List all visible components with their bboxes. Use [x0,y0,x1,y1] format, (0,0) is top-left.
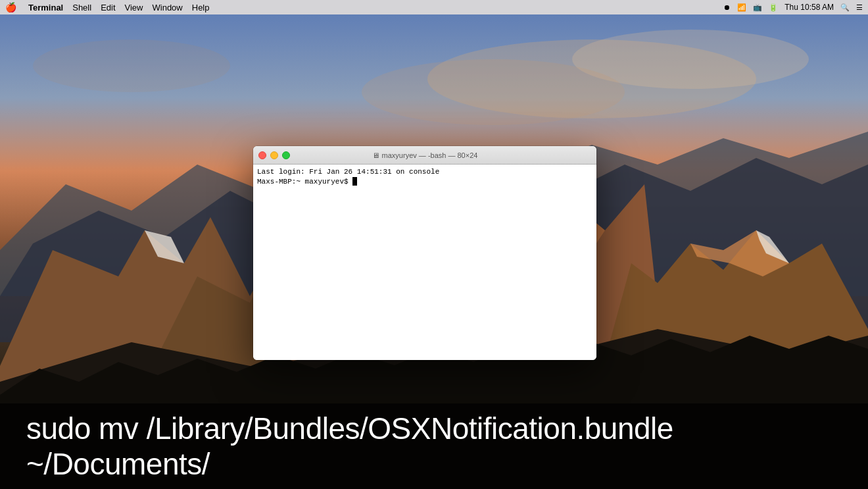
menubar-left: 🍎 Terminal Shell Edit View Window Help [5,2,210,13]
terminal-title-text: maxyuryev — -bash — 80×24 [382,151,478,159]
svg-point-4 [33,39,230,92]
edit-menu[interactable]: Edit [101,3,115,13]
terminal-line-1: Last login: Fri Jan 26 14:51:31 on conso… [257,167,592,177]
apple-menu[interactable]: 🍎 [5,2,16,13]
close-button[interactable] [258,151,266,159]
minimize-button[interactable] [270,151,278,159]
spotlight-icon[interactable]: 🔍 [840,3,850,12]
help-menu[interactable]: Help [192,3,210,13]
terminal-icon: 🖥 [372,151,379,159]
menubar: 🍎 Terminal Shell Edit View Window Help ⏺… [0,0,868,14]
clock: Thu 10:58 AM [784,3,834,12]
bottom-overlay: sudo mv /Library/Bundles/OSXNotification… [0,403,868,489]
record-icon: ⏺ [723,3,731,11]
svg-point-3 [362,59,625,125]
terminal-cursor [352,177,357,186]
app-name[interactable]: Terminal [28,3,63,13]
terminal-titlebar: 🖥 maxyuryev — -bash — 80×24 [253,146,596,165]
view-menu[interactable]: View [125,3,143,13]
traffic-lights [258,151,290,159]
battery-icon: 🔋 [769,3,778,12]
terminal-line-2: Maxs-MBP:~ maxyuryev$ [257,177,592,187]
shell-menu[interactable]: Shell [72,3,91,13]
maximize-button[interactable] [282,151,290,159]
menubar-right: ⏺ 📶 📺 🔋 Thu 10:58 AM 🔍 ☰ [723,3,863,12]
terminal-title: 🖥 maxyuryev — -bash — 80×24 [372,151,478,159]
command-display: sudo mv /Library/Bundles/OSXNotification… [26,411,842,482]
terminal-window: 🖥 maxyuryev — -bash — 80×24 Last login: … [253,146,596,360]
notification-center-icon[interactable]: ☰ [856,3,863,12]
airplay-icon: 📺 [753,3,762,12]
wifi-icon: 📶 [737,3,746,12]
terminal-body[interactable]: Last login: Fri Jan 26 14:51:31 on conso… [253,165,596,360]
window-menu[interactable]: Window [153,3,183,13]
